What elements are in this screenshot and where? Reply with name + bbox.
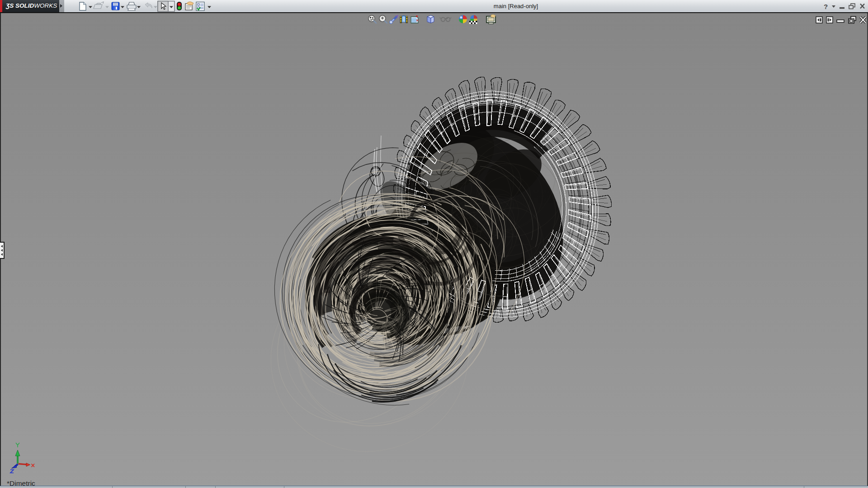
svg-text:?: ? <box>824 3 828 10</box>
